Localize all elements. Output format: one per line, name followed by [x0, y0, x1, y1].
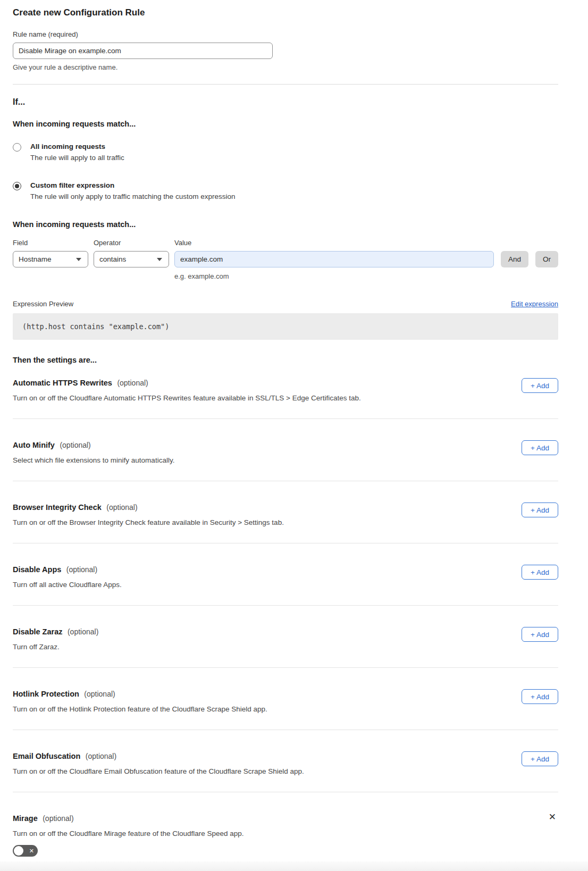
field-select-value: Hostname [19, 255, 52, 263]
field-select[interactable]: Hostname [13, 251, 88, 267]
create-rule-form: Create new Configuration Rule Rule name … [0, 0, 588, 871]
value-input[interactable] [174, 251, 494, 267]
operator-select[interactable]: contains [94, 251, 169, 267]
setting-disable-zaraz: Disable Zaraz (optional) Turn off Zaraz.… [13, 606, 558, 668]
expression-preview-box: (http.host contains "example.com") [13, 313, 558, 340]
divider [13, 84, 558, 85]
setting-hotlink-protection: Hotlink Protection (optional) Turn on or… [13, 668, 558, 730]
add-disable-apps-button[interactable]: + Add [522, 565, 558, 580]
setting-description: Turn off all active Cloudflare Apps. [13, 581, 122, 589]
radio-custom-filter[interactable] [13, 182, 21, 190]
optional-label: (optional) [60, 441, 90, 449]
setting-disable-apps: Disable Apps (optional) Turn off all act… [13, 543, 558, 606]
toggle-off-x-icon: ✕ [29, 848, 34, 854]
setting-email-obfuscation: Email Obfuscation (optional) Turn on or … [13, 730, 558, 792]
setting-description: Select which file extensions to minify a… [13, 456, 174, 464]
setting-title: Mirage [13, 814, 38, 823]
toggle-knob [14, 846, 23, 856]
setting-automatic-https-rewrites: Automatic HTTPS Rewrites (optional) Turn… [13, 364, 558, 419]
rule-name-input[interactable] [13, 43, 273, 59]
setting-description: Turn on or off the Cloudflare Automatic … [13, 394, 361, 402]
radio-all-requests-label: All incoming requests [30, 143, 124, 150]
setting-description: Turn off Zaraz. [13, 643, 98, 651]
setting-title: Browser Integrity Check [13, 503, 102, 512]
optional-label: (optional) [66, 565, 97, 574]
field-label: Field [13, 239, 94, 247]
setting-description: Turn on or off the Cloudflare Mirage fea… [13, 830, 244, 838]
add-disable-zaraz-button[interactable]: + Add [522, 627, 558, 642]
setting-description: Turn on or off the Browser Integrity Che… [13, 518, 284, 526]
setting-title: Auto Minify [13, 441, 55, 449]
radio-all-requests[interactable] [13, 143, 21, 152]
operator-label: Operator [94, 239, 174, 247]
builder-heading: When incoming requests match... [13, 220, 558, 229]
radio-option-custom-filter: Custom filter expression The rule will o… [13, 181, 558, 200]
page-title: Create new Configuration Rule [13, 7, 558, 18]
chevron-down-icon [157, 258, 162, 261]
add-hotlink-protection-button[interactable]: + Add [522, 689, 558, 704]
value-label: Value [174, 239, 191, 247]
expression-preview-label: Expression Preview [13, 300, 73, 308]
edit-expression-link[interactable]: Edit expression [511, 300, 558, 308]
rule-name-label: Rule name (required) [13, 30, 558, 38]
add-browser-integrity-check-button[interactable]: + Add [522, 502, 558, 517]
setting-browser-integrity-check: Browser Integrity Check (optional) Turn … [13, 481, 558, 543]
value-helper: e.g. example.com [174, 272, 558, 280]
chevron-down-icon [76, 258, 81, 261]
add-auto-minify-button[interactable]: + Add [522, 440, 558, 455]
operator-select-value: contains [99, 255, 126, 263]
setting-title: Disable Zaraz [13, 627, 63, 636]
add-automatic-https-rewrites-button[interactable]: + Add [522, 378, 558, 393]
setting-description: Turn on or off the Cloudflare Email Obfu… [13, 767, 304, 775]
close-icon[interactable]: ✕ [549, 813, 556, 822]
settings-heading: Then the settings are... [13, 356, 558, 364]
or-button[interactable]: Or [535, 251, 558, 267]
radio-all-requests-description: The rule will apply to all traffic [30, 154, 124, 162]
if-heading: If... [13, 97, 558, 107]
optional-label: (optional) [106, 503, 137, 512]
setting-title: Automatic HTTPS Rewrites [13, 379, 112, 387]
expression-builder-row: Hostname contains And Or [13, 251, 558, 267]
match-type-radio-group: All incoming requests The rule will appl… [13, 143, 558, 200]
optional-label: (optional) [84, 690, 115, 698]
setting-title: Disable Apps [13, 565, 61, 574]
mirage-toggle[interactable]: ✕ [13, 845, 38, 857]
footer-band [0, 861, 588, 871]
optional-label: (optional) [43, 814, 73, 823]
setting-description: Turn on or off the Hotlink Protection fe… [13, 705, 267, 713]
setting-title: Hotlink Protection [13, 690, 79, 698]
setting-mirage: Mirage (optional) Turn on or off the Clo… [13, 792, 558, 871]
optional-label: (optional) [117, 379, 148, 387]
optional-label: (optional) [68, 627, 98, 636]
radio-custom-filter-description: The rule will only apply to traffic matc… [30, 192, 235, 200]
match-heading: When incoming requests match... [13, 120, 558, 128]
optional-label: (optional) [86, 752, 116, 760]
rule-name-helper: Give your rule a descriptive name. [13, 63, 558, 71]
setting-auto-minify: Auto Minify (optional) Select which file… [13, 419, 558, 481]
radio-option-all-requests: All incoming requests The rule will appl… [13, 143, 558, 162]
add-email-obfuscation-button[interactable]: + Add [522, 751, 558, 766]
setting-title: Email Obfuscation [13, 752, 80, 760]
radio-custom-filter-label: Custom filter expression [30, 181, 235, 189]
and-button[interactable]: And [501, 251, 528, 267]
